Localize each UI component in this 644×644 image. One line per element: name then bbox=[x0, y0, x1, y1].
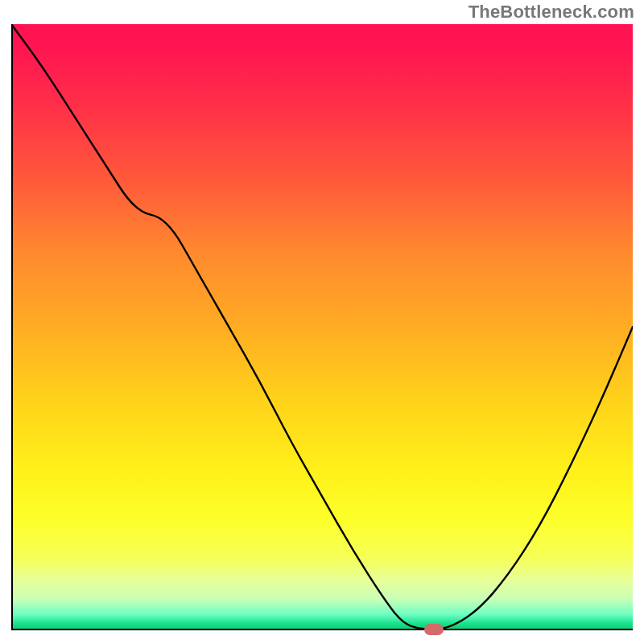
curve-path bbox=[11, 24, 633, 630]
minimum-marker bbox=[424, 624, 444, 635]
line-series bbox=[11, 24, 633, 630]
plot-area bbox=[11, 24, 633, 630]
chart-container: TheBottleneck.com bbox=[0, 0, 644, 644]
y-axis bbox=[11, 24, 13, 630]
x-axis bbox=[11, 629, 633, 630]
attribution-text: TheBottleneck.com bbox=[469, 2, 634, 23]
